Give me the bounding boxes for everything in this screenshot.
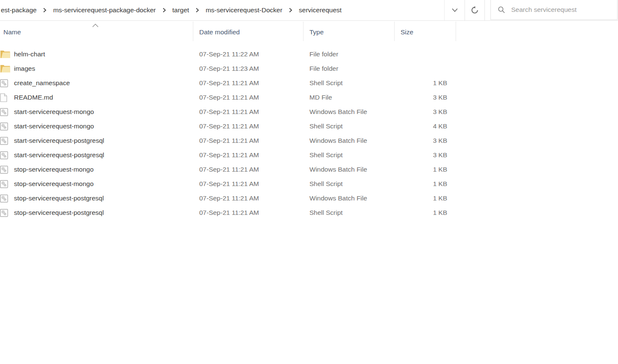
script-file-icon bbox=[0, 79, 11, 87]
generic-file-icon bbox=[0, 93, 11, 102]
file-name: stop-servicerequest-postgresql bbox=[14, 209, 104, 217]
file-name: start-servicerequest-postgresql bbox=[14, 137, 104, 144]
breadcrumb-item[interactable]: ms-servicerequest-package-docker bbox=[52, 6, 156, 14]
file-name: images bbox=[14, 65, 35, 72]
file-type: Shell Script bbox=[303, 180, 394, 188]
column-header-size[interactable]: Size bbox=[394, 21, 451, 44]
chevron-right-icon[interactable] bbox=[195, 8, 199, 13]
folder-icon bbox=[0, 50, 11, 58]
file-name: create_namespace bbox=[14, 79, 70, 87]
file-row[interactable]: stop-servicerequest-postgresql 07-Sep-21… bbox=[0, 206, 618, 220]
file-name: stop-servicerequest-mongo bbox=[14, 166, 94, 173]
file-name: stop-servicerequest-mongo bbox=[14, 180, 94, 188]
file-row[interactable]: README.md 07-Sep-21 11:21 AM MD File 3 K… bbox=[0, 90, 618, 105]
breadcrumb-item[interactable]: target bbox=[172, 6, 190, 14]
script-file-icon bbox=[0, 166, 11, 174]
file-date-modified: 07-Sep-21 11:21 AM bbox=[193, 79, 303, 87]
breadcrumb-item[interactable]: ms-servicerequest-Docker bbox=[205, 6, 283, 14]
chevron-right-icon[interactable] bbox=[289, 8, 292, 13]
column-header-date-modified[interactable]: Date modified bbox=[193, 21, 303, 44]
chevron-right-icon[interactable] bbox=[162, 8, 166, 13]
file-size: 1 KB bbox=[394, 195, 451, 202]
file-row[interactable]: stop-servicerequest-mongo 07-Sep-21 11:2… bbox=[0, 162, 618, 177]
file-type: Shell Script bbox=[303, 209, 394, 217]
file-type: MD File bbox=[303, 94, 394, 101]
file-type: File folder bbox=[303, 50, 394, 58]
file-type: Shell Script bbox=[303, 151, 394, 159]
file-name: start-servicerequest-mongo bbox=[14, 122, 94, 130]
search-box bbox=[490, 0, 618, 20]
file-size: 1 KB bbox=[394, 79, 451, 87]
file-row[interactable]: stop-servicerequest-postgresql 07-Sep-21… bbox=[0, 191, 618, 206]
script-file-icon bbox=[0, 180, 11, 188]
file-type: Windows Batch File bbox=[303, 108, 394, 116]
script-file-icon bbox=[0, 108, 11, 116]
file-size: 3 KB bbox=[394, 151, 451, 159]
column-divider[interactable] bbox=[456, 22, 456, 41]
file-date-modified: 07-Sep-21 11:21 AM bbox=[193, 94, 303, 101]
file-type: Windows Batch File bbox=[303, 137, 394, 144]
file-name: start-servicerequest-postgresql bbox=[14, 151, 104, 159]
file-size: 3 KB bbox=[394, 108, 451, 116]
address-history-dropdown-button[interactable] bbox=[444, 0, 465, 20]
file-type: Shell Script bbox=[303, 122, 394, 130]
search-input[interactable] bbox=[511, 1, 617, 18]
file-row[interactable]: start-servicerequest-postgresql 07-Sep-2… bbox=[0, 148, 618, 162]
script-file-icon bbox=[0, 151, 11, 159]
column-divider[interactable] bbox=[303, 22, 303, 41]
file-size: 1 KB bbox=[394, 180, 451, 188]
file-size: 1 KB bbox=[394, 209, 451, 217]
file-type: Windows Batch File bbox=[303, 195, 394, 202]
file-name: README.md bbox=[14, 94, 53, 101]
file-date-modified: 07-Sep-21 11:21 AM bbox=[193, 137, 303, 144]
file-row[interactable]: start-servicerequest-mongo 07-Sep-21 11:… bbox=[0, 119, 618, 133]
sort-ascending-icon bbox=[92, 22, 99, 29]
file-size: 3 KB bbox=[394, 94, 451, 101]
file-date-modified: 07-Sep-21 11:21 AM bbox=[193, 122, 303, 130]
file-name: helm-chart bbox=[14, 50, 45, 58]
script-file-icon bbox=[0, 122, 11, 131]
script-file-icon bbox=[0, 137, 11, 145]
file-size: 4 KB bbox=[394, 122, 451, 130]
file-date-modified: 07-Sep-21 11:22 AM bbox=[193, 50, 303, 58]
file-size: 3 KB bbox=[394, 137, 451, 144]
file-list: helm-chart 07-Sep-21 11:22 AM File folde… bbox=[0, 44, 618, 220]
file-name: start-servicerequest-mongo bbox=[14, 108, 94, 116]
chevron-right-icon[interactable] bbox=[43, 8, 47, 13]
file-row[interactable]: stop-servicerequest-mongo 07-Sep-21 11:2… bbox=[0, 177, 618, 191]
search-icon bbox=[498, 6, 505, 14]
file-size: 1 KB bbox=[394, 166, 451, 173]
script-file-icon bbox=[0, 195, 11, 203]
chevron-down-icon bbox=[451, 8, 458, 12]
column-header-type[interactable]: Type bbox=[303, 21, 394, 44]
column-header-row: Name Date modified Type Size bbox=[0, 21, 618, 44]
folder-icon bbox=[0, 64, 11, 73]
file-row[interactable]: start-servicerequest-postgresql 07-Sep-2… bbox=[0, 133, 618, 148]
column-divider[interactable] bbox=[394, 22, 395, 41]
address-bar: est-package ms-servicerequest-package-do… bbox=[0, 0, 618, 21]
file-type: Windows Batch File bbox=[303, 166, 394, 173]
breadcrumb-item[interactable]: servicerequest bbox=[298, 6, 342, 14]
breadcrumb-item[interactable]: est-package bbox=[0, 6, 37, 14]
file-date-modified: 07-Sep-21 11:21 AM bbox=[193, 108, 303, 116]
file-row[interactable]: start-servicerequest-mongo 07-Sep-21 11:… bbox=[0, 105, 618, 119]
file-date-modified: 07-Sep-21 11:23 AM bbox=[193, 65, 303, 72]
refresh-icon bbox=[470, 6, 479, 14]
script-file-icon bbox=[0, 209, 11, 217]
file-row[interactable]: images 07-Sep-21 11:23 AM File folder bbox=[0, 61, 618, 76]
file-type: Shell Script bbox=[303, 79, 394, 87]
column-divider[interactable] bbox=[193, 22, 193, 41]
refresh-button[interactable] bbox=[465, 0, 485, 20]
file-date-modified: 07-Sep-21 11:21 AM bbox=[193, 166, 303, 173]
file-name: stop-servicerequest-postgresql bbox=[14, 195, 104, 202]
file-date-modified: 07-Sep-21 11:21 AM bbox=[193, 209, 303, 217]
breadcrumb: est-package ms-servicerequest-package-do… bbox=[0, 0, 342, 20]
file-date-modified: 07-Sep-21 11:21 AM bbox=[193, 195, 303, 202]
file-type: File folder bbox=[303, 65, 394, 72]
file-row[interactable]: helm-chart 07-Sep-21 11:22 AM File folde… bbox=[0, 47, 618, 61]
file-date-modified: 07-Sep-21 11:21 AM bbox=[193, 180, 303, 188]
file-row[interactable]: create_namespace 07-Sep-21 11:21 AM Shel… bbox=[0, 76, 618, 90]
file-date-modified: 07-Sep-21 11:21 AM bbox=[193, 151, 303, 159]
